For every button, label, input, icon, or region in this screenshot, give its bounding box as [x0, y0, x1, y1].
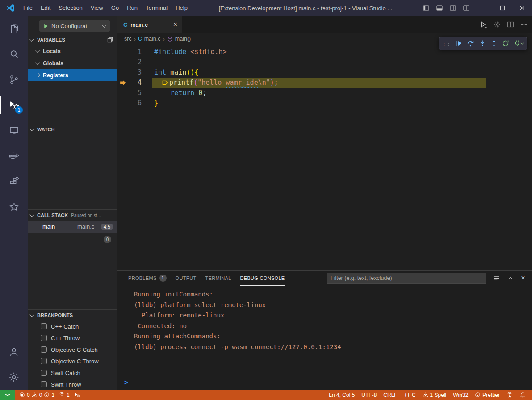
minimize-button[interactable] — [473, 0, 493, 16]
toggle-sidebar-icon[interactable] — [419, 0, 433, 16]
debug-config-dropdown[interactable]: No Configurat — [39, 20, 110, 32]
code-line-4[interactable]: 4printf("hello wamr-ide\n"); — [117, 78, 532, 88]
variables-item-globals[interactable]: Globals — [28, 57, 117, 69]
checkbox[interactable] — [41, 370, 47, 376]
call-stack-section-header[interactable]: CALL STACK Paused on st... — [28, 210, 117, 221]
watch-section-header[interactable]: WATCH — [28, 124, 117, 135]
status-radio-tower[interactable] — [507, 392, 513, 398]
code-line-5[interactable]: 5 return 0; — [117, 88, 532, 98]
debug-restart-button[interactable] — [502, 40, 509, 47]
menu-terminal[interactable]: Terminal — [142, 0, 172, 16]
activity-account[interactable] — [0, 339, 28, 364]
panel-tab-terminal[interactable]: TERMINAL — [205, 271, 231, 286]
activity-extensions[interactable] — [0, 169, 28, 194]
variables-item-locals[interactable]: Locals — [28, 45, 117, 57]
debug-step-over-button[interactable] — [467, 40, 474, 47]
menu-edit[interactable]: Edit — [37, 0, 54, 16]
toggle-secondary-sidebar-icon[interactable] — [446, 0, 460, 16]
checkbox[interactable] — [41, 346, 47, 353]
breadcrumb-src[interactable]: src — [124, 36, 132, 42]
debug-current-line-arrow-icon[interactable] — [117, 78, 129, 88]
debug-disconnect-button[interactable] — [514, 40, 524, 47]
collapse-all-icon[interactable] — [107, 37, 113, 43]
close-panel-icon[interactable]: × — [518, 273, 528, 283]
activity-remote-explorer[interactable] — [0, 118, 28, 143]
gear-icon[interactable] — [494, 21, 501, 28]
activity-favorites[interactable] — [0, 194, 28, 220]
menu-run[interactable]: Run — [123, 0, 142, 16]
code-token: int — [154, 67, 170, 78]
maximize-button[interactable] — [493, 0, 512, 16]
panel-tab-problems[interactable]: PROBLEMS1 — [128, 271, 167, 286]
gutter-glyph-margin[interactable] — [117, 88, 129, 98]
status-spell[interactable]: 1 Spell — [423, 392, 447, 398]
menu-go[interactable]: Go — [107, 0, 123, 16]
output-actions-icon[interactable] — [491, 273, 502, 283]
gutter-glyph-margin[interactable] — [117, 98, 129, 108]
gutter-glyph-margin[interactable] — [117, 47, 129, 57]
menu-file[interactable]: File — [19, 0, 37, 16]
variables-item-registers[interactable]: Registers — [28, 69, 117, 81]
breakpoints-section-header[interactable]: BREAKPOINTS — [28, 310, 117, 321]
status-language[interactable]: {}C — [404, 392, 416, 398]
status-prettier[interactable]: Prettier — [475, 392, 500, 398]
activity-docker[interactable] — [0, 143, 28, 169]
tab-main-c[interactable]: C main.c × — [117, 16, 182, 33]
toggle-panel-icon[interactable] — [433, 0, 446, 16]
activity-settings[interactable] — [0, 364, 28, 390]
close-tab-icon[interactable]: × — [173, 21, 177, 28]
checkbox[interactable] — [41, 323, 47, 329]
breadcrumb-symbol[interactable]: main() — [175, 36, 191, 42]
debug-session-indicator[interactable] — [74, 392, 80, 398]
breakpoint-swift-catch[interactable]: Swift Catch — [28, 367, 117, 379]
menu-help[interactable]: Help — [172, 0, 192, 16]
split-editor-icon[interactable] — [507, 21, 514, 28]
status-encoding[interactable]: UTF-8 — [361, 392, 377, 398]
debug-console-output[interactable]: Running initCommands:(lldb) platform sel… — [117, 286, 532, 352]
panel-tab-output[interactable]: OUTPUT — [176, 271, 197, 286]
status-cursor-position[interactable]: Ln 4, Col 5 — [329, 392, 355, 398]
variables-section-header[interactable]: VARIABLES — [28, 34, 117, 45]
status-bell[interactable] — [519, 392, 526, 398]
status-platform[interactable]: Win32 — [453, 392, 468, 398]
gutter-glyph-margin[interactable] — [117, 67, 129, 78]
menu-selection[interactable]: Selection — [54, 0, 86, 16]
checkbox[interactable] — [41, 335, 47, 341]
checkbox[interactable] — [41, 358, 47, 364]
breakpoint-objective-c-catch[interactable]: Objective C Catch — [28, 344, 117, 355]
breakpoint-c-catch[interactable]: C++ Catch — [28, 321, 117, 332]
remote-indicator[interactable]: >< — [0, 390, 15, 400]
activity-search[interactable] — [0, 42, 28, 67]
panel-tab-debug-console[interactable]: DEBUG CONSOLE — [240, 271, 285, 286]
breadcrumb-file[interactable]: main.c — [144, 36, 161, 42]
more-actions-icon[interactable] — [520, 21, 528, 28]
console-prompt[interactable]: > — [124, 379, 128, 387]
breakpoint-c-throw[interactable]: C++ Throw — [28, 332, 117, 344]
maximize-panel-icon[interactable] — [504, 273, 515, 283]
debug-step-into-button[interactable] — [479, 40, 486, 47]
filter-input[interactable] — [327, 273, 486, 284]
problems-indicator[interactable]: 0 0 1 — [19, 392, 54, 398]
code-line-3[interactable]: 3int main(){ — [117, 67, 532, 78]
code-line-2[interactable]: 2 — [117, 57, 532, 67]
activity-run-debug[interactable]: 1 — [0, 92, 28, 118]
code-editor[interactable]: 1#include <stdio.h>23int main(){4printf(… — [117, 45, 532, 270]
activity-explorer[interactable] — [0, 16, 28, 42]
breakpoint-swift-throw[interactable]: Swift Throw — [28, 379, 117, 390]
debug-step-out-button[interactable] — [490, 40, 498, 47]
drag-handle-icon[interactable]: ⋮⋮ — [442, 41, 451, 46]
activity-source-control[interactable] — [0, 67, 28, 92]
close-button[interactable] — [512, 0, 532, 16]
gutter-glyph-margin[interactable] — [117, 57, 129, 67]
menu-view[interactable]: View — [87, 0, 107, 16]
stack-frame-row[interactable]: main main.c 4:5 — [28, 221, 117, 233]
ports-indicator[interactable]: 1 — [59, 392, 70, 398]
run-or-debug-icon[interactable] — [480, 21, 487, 29]
checkbox[interactable] — [41, 381, 47, 388]
code-line-6[interactable]: 6} — [117, 98, 532, 108]
status-eol[interactable]: CRLF — [383, 392, 397, 398]
customize-layout-icon[interactable] — [460, 0, 473, 16]
start-debug-icon[interactable] — [43, 23, 49, 29]
debug-continue-button[interactable] — [455, 40, 462, 47]
breakpoint-objective-c-throw[interactable]: Objective C Throw — [28, 355, 117, 367]
